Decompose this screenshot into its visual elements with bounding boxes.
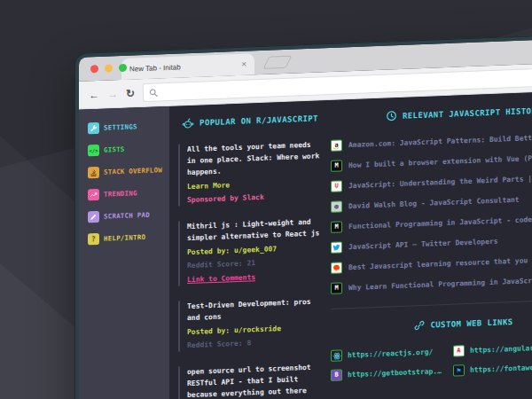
amazon-favicon: a <box>331 139 342 151</box>
post-title[interactable]: Test-Driven Development: pros and cons <box>187 295 322 324</box>
custom-link[interactable]: Bhttps://getbootstrap.… <box>331 365 442 381</box>
close-window-button[interactable] <box>90 65 98 73</box>
reddit-favicon <box>331 262 342 273</box>
custom-links-header: CUSTOM WEB LINKS <box>331 313 532 334</box>
history-item[interactable]: MHow I built a browser extension with Vu… <box>331 150 532 172</box>
bootstrap-favicon: B <box>331 369 342 380</box>
history-item[interactable]: UJavaScript: Understanding the Weird Par… <box>331 170 532 192</box>
close-tab-icon[interactable]: × <box>241 60 246 69</box>
browser-chrome: New Tab - Initab × ← → ↻ SETTINGS</>GIST… <box>79 33 532 399</box>
post-body: All the tools your team needs in one pla… <box>187 138 322 178</box>
post-title[interactable]: Mithril js : Light-weight and simpler al… <box>187 215 322 244</box>
zoom-window-button[interactable] <box>119 64 127 72</box>
post-title[interactable]: open source url to screenshot RESTful AP… <box>187 361 322 399</box>
history-list: aAmazon.com: JavaScript Patterns: Build … <box>331 129 532 303</box>
history-item-text: Why Learn Functional Programming in Java… <box>348 275 532 293</box>
forward-icon: → <box>107 89 118 99</box>
sidebar: SETTINGS</>GISTSSTACK OVERFLOWTRENDINGSC… <box>79 106 169 399</box>
new-tab-button[interactable] <box>263 56 293 69</box>
link-to-comments[interactable]: Link to Comments <box>187 269 322 286</box>
search-icon <box>149 88 158 97</box>
medium-favicon: M <box>331 160 342 171</box>
sidebar-item-settings[interactable]: SETTINGS <box>88 120 169 135</box>
wrench-icon <box>88 122 99 134</box>
stack-overflow-icon <box>88 167 99 178</box>
history-item-text: JavaScript API — Twitter Developers <box>348 238 498 251</box>
trending-icon <box>88 189 99 200</box>
sidebar-item-gists[interactable]: </>GISTS <box>88 142 169 157</box>
davidwalsh-favicon <box>331 200 342 212</box>
custom-links-grid: https://reactjs.org/Ahttps://angularjs.o… <box>331 340 532 381</box>
sidebar-item-stack-overflow[interactable]: STACK OVERFLOW <box>88 164 169 179</box>
reload-icon[interactable]: ↻ <box>126 88 135 98</box>
angular-favicon: A <box>453 345 465 356</box>
sidebar-item-label: TRENDING <box>104 189 137 198</box>
custom-link-url: https://angularjs.org/ <box>470 343 532 355</box>
reddit-panel-header: POPULAR ON R/JAVASCRIPT <box>178 113 322 129</box>
question-icon: ? <box>88 233 99 245</box>
custom-link-url: https://getbootstrap.… <box>348 367 442 379</box>
tab-title: New Tab - Initab <box>129 61 236 74</box>
sidebar-item-label: SETTINGS <box>104 122 137 131</box>
link-icon <box>414 320 425 331</box>
main-content: POPULAR ON R/JAVASCRIPT All the tools yo… <box>169 85 532 399</box>
history-item-text: Best Javascript learning resource that y… <box>348 254 532 272</box>
minimize-window-button[interactable] <box>105 64 113 72</box>
custom-link-url: https://reactjs.org/ <box>348 348 433 359</box>
medium-favicon: M <box>331 221 342 232</box>
custom-link[interactable]: ⚑https://fontawesome.c… <box>453 361 532 377</box>
history-item[interactable]: MWhy Learn Functional Programming in Jav… <box>331 272 532 294</box>
reddit-panel: POPULAR ON R/JAVASCRIPT All the tools yo… <box>178 113 322 399</box>
window-controls <box>90 64 127 74</box>
history-item[interactable]: Best Javascript learning resource that y… <box>331 252 532 274</box>
reddit-icon <box>182 118 194 129</box>
sidebar-item-scratch-pad[interactable]: SCRATCH PAD <box>88 208 169 223</box>
history-panel-title: RELEVANT JAVASCRIPT HISTORY <box>403 106 532 120</box>
sidebar-item-label: SCRATCH PAD <box>104 211 150 221</box>
history-item-text: How I built a browser extension with Vue… <box>348 153 532 170</box>
pencil-icon <box>88 211 99 223</box>
code-icon: </> <box>88 145 99 156</box>
history-item-text: Functional Programming in JavaScript - c… <box>348 215 532 231</box>
reddit-panel-title: POPULAR ON R/JAVASCRIPT <box>200 113 318 127</box>
history-item[interactable]: JavaScript API — Twitter Developers <box>331 231 532 254</box>
browser-window: New Tab - Initab × ← → ↻ SETTINGS</>GIST… <box>74 28 532 399</box>
reddit-post-list: All the tools your team needs in one pla… <box>178 138 322 399</box>
history-panel: RELEVANT JAVASCRIPT HISTORY aAmazon.com:… <box>331 102 532 399</box>
sidebar-item-trending[interactable]: TRENDING <box>88 186 169 201</box>
custom-link-url: https://fontawesome.c… <box>470 363 532 374</box>
twitter-favicon <box>331 241 342 253</box>
desktop-background: New Tab - Initab × ← → ↻ SETTINGS</>GIST… <box>0 0 532 399</box>
medium-favicon: M <box>331 282 342 293</box>
history-item[interactable]: MFunctional Programming in JavaScript - … <box>331 211 532 233</box>
custom-link[interactable]: https://reactjs.org/ <box>331 346 442 362</box>
reddit-post: Test-Driven Development: pros and consPo… <box>178 295 322 351</box>
udemy-favicon: U <box>331 180 342 192</box>
history-panel-header: RELEVANT JAVASCRIPT HISTORY <box>331 102 532 124</box>
reddit-post: Mithril js : Light-weight and simpler al… <box>178 215 322 286</box>
back-icon[interactable]: ← <box>89 89 99 99</box>
sidebar-item-help-intro[interactable]: ?HELP/INTRO <box>88 231 169 246</box>
reddit-post: All the tools your team needs in one pla… <box>178 138 322 206</box>
history-item[interactable]: aAmazon.com: JavaScript Patterns: Build … <box>331 129 532 152</box>
history-item-text: JavaScript: Understanding the Weird Part… <box>348 174 532 190</box>
fontawesome-favicon: ⚑ <box>453 364 465 376</box>
history-item-text: Amazon.com: JavaScript Patterns: Build B… <box>348 132 532 150</box>
new-tab-page: SETTINGS</>GISTSSTACK OVERFLOWTRENDINGSC… <box>79 85 532 399</box>
react-favicon <box>331 349 342 361</box>
custom-link[interactable]: Ahttps://angularjs.org/ <box>453 341 532 357</box>
sidebar-item-label: GISTS <box>104 145 125 154</box>
sidebar-item-label: HELP/INTRO <box>104 233 145 243</box>
history-item-text: David Walsh Blog - JavaScript Consultant <box>348 196 520 210</box>
reddit-post: open source url to screenshot RESTful AP… <box>178 361 322 399</box>
custom-links-title: CUSTOM WEB LINKS <box>430 317 512 330</box>
history-item[interactable]: David Walsh Blog - JavaScript Consultant <box>331 191 532 213</box>
sidebar-item-label: STACK OVERFLOW <box>104 166 162 176</box>
clock-icon <box>386 110 397 121</box>
